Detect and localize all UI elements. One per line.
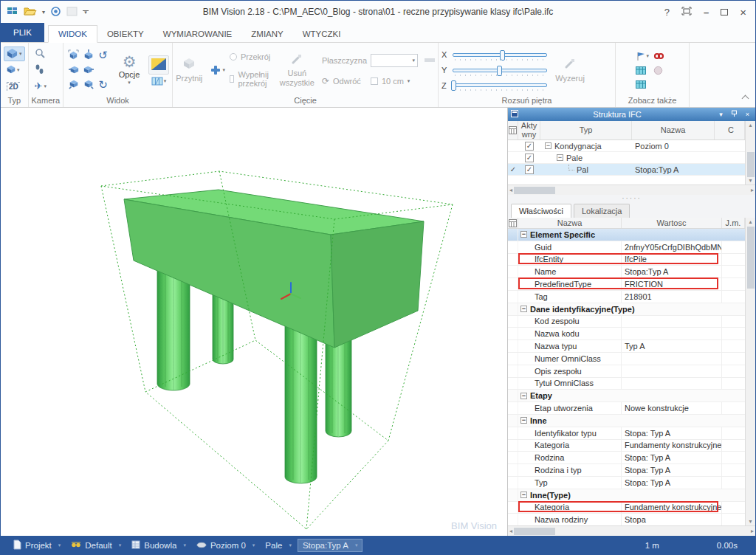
zoom-tool-button[interactable]: [32, 46, 49, 61]
property-row[interactable]: NameStopa:Typ A: [508, 266, 745, 278]
property-section-row[interactable]: −Dane identyfikacyjne(Type): [508, 303, 745, 316]
scroll-right-icon[interactable]: ▸: [751, 187, 754, 193]
breadcrumb-projekt[interactable]: Projekt▾: [8, 538, 65, 553]
fly-dropdown-icon[interactable]: ▾: [44, 83, 47, 89]
tab-wtyczki[interactable]: WTYCZKI: [293, 26, 351, 42]
scroll-down-icon[interactable]: ▾: [749, 177, 752, 184]
property-row[interactable]: Tytuł OmniClass: [508, 378, 745, 390]
tab-właściwości[interactable]: Właściwości: [511, 204, 571, 218]
properties-vscrollbar[interactable]: ▴ ▾: [745, 218, 755, 525]
tab-plik[interactable]: PLIK: [1, 23, 44, 42]
collapse-icon[interactable]: −: [545, 142, 551, 149]
table-view-button[interactable]: [636, 66, 653, 75]
tab-obiekty[interactable]: OBIEKTY: [97, 26, 154, 42]
close-button[interactable]: ×: [740, 6, 746, 18]
minimize-button[interactable]: –: [704, 7, 709, 18]
property-row[interactable]: TypStopa: Typ A: [508, 477, 745, 489]
property-row[interactable]: Tag218901: [508, 291, 745, 303]
structure-vscrollbar[interactable]: ▴ ▾: [745, 121, 755, 185]
properties-hscrollbar[interactable]: ◂ ▸: [508, 525, 755, 536]
view-subtype-button[interactable]: ▾: [4, 63, 25, 77]
chevron-down-icon[interactable]: ▾: [183, 542, 186, 548]
minimap-dropdown-icon[interactable]: ▾: [164, 78, 167, 84]
scroll-up-icon[interactable]: ▴: [749, 218, 752, 225]
column-header-wartosc[interactable]: Wartosc: [622, 218, 722, 228]
view-fit-icon[interactable]: [68, 49, 79, 62]
property-row[interactable]: PredefinedTypeFRICTION: [508, 278, 745, 291]
property-row[interactable]: KategoriaFundamenty konstrukcyjne: [508, 502, 745, 514]
target-icon[interactable]: [50, 6, 61, 18]
property-row[interactable]: Nazwa typuTyp A: [508, 340, 745, 353]
background-color-button[interactable]: [148, 55, 169, 75]
panel-pin-icon[interactable]: [729, 110, 739, 119]
options-button[interactable]: ⚙ Opcje ▾: [113, 55, 145, 86]
structure-row[interactable]: ✓−KondygnacjaPoziom 0: [508, 140, 745, 152]
view-top-icon[interactable]: [83, 49, 94, 61]
breadcrumb-pale[interactable]: Pale▾: [261, 540, 296, 551]
links-button[interactable]: [653, 52, 670, 61]
view-type-3d-button[interactable]: ▾: [4, 46, 25, 61]
view-right-icon[interactable]: [83, 64, 94, 76]
rotate-ccw-icon[interactable]: ↺: [98, 51, 108, 60]
property-row[interactable]: RodzinaStopa: Typ A: [508, 452, 745, 464]
property-row[interactable]: Guid2nfnyY05rCrfgDIBhQdbMN: [508, 241, 745, 254]
step-size-dropdown-icon[interactable]: ▾: [408, 78, 410, 84]
property-row[interactable]: Opis zespołu: [508, 365, 745, 378]
scroll-left-icon[interactable]: ◂: [509, 528, 512, 534]
remove-all-button[interactable]: Usuń wszystkie: [280, 44, 315, 96]
collapse-icon[interactable]: −: [520, 417, 527, 424]
visibility-checkbox[interactable]: ✓: [525, 165, 534, 174]
walk-tool-button[interactable]: [32, 63, 49, 77]
visibility-checkbox[interactable]: ✓: [525, 142, 534, 151]
scroll-right-icon[interactable]: ▸: [751, 528, 754, 534]
fullscreen-icon[interactable]: [681, 7, 692, 18]
view-left-icon[interactable]: [69, 64, 79, 76]
structure-hscrollbar[interactable]: ◂ ▸: [508, 185, 755, 195]
breadcrumb-poziom-0[interactable]: Poziom 0▾: [192, 540, 259, 551]
collapse-icon[interactable]: −: [557, 154, 563, 161]
view-iso1-icon[interactable]: [69, 79, 79, 91]
column-header-jm[interactable]: J.m.: [722, 218, 745, 228]
tab-widok[interactable]: WIDOK: [48, 25, 97, 43]
property-section-row[interactable]: −Element Specific: [508, 229, 745, 241]
scroll-up-icon[interactable]: ▴: [749, 122, 752, 128]
breadcrumb-default[interactable]: Default▾: [66, 539, 126, 551]
options-dropdown-icon[interactable]: ▾: [128, 80, 131, 86]
panel-menu-icon[interactable]: ▾: [716, 111, 726, 118]
open-file-dropdown-icon[interactable]: ▾: [42, 9, 45, 15]
structure-row[interactable]: ✓−Pale: [508, 152, 745, 164]
column-header-nazwa[interactable]: Nazwa: [518, 218, 622, 228]
slider-track-x[interactable]: [453, 53, 547, 57]
view-type-dropdown-icon[interactable]: ▾: [19, 51, 22, 57]
column-header-aktywny[interactable]: Aktywny: [518, 121, 540, 139]
property-row[interactable]: Etap utworzeniaNowe konstrukcje: [508, 402, 745, 415]
collapse-icon[interactable]: −: [520, 306, 527, 312]
structure-row[interactable]: ✓✓PalStopa:Typ A: [508, 164, 745, 176]
view-2d-button[interactable]: 2D: [4, 79, 25, 94]
corner-grid-icon[interactable]: [508, 121, 518, 139]
tab-lokalizacja[interactable]: Lokalizacja: [574, 204, 630, 218]
plane-apply-icon[interactable]: [425, 58, 435, 62]
corner-grid-icon[interactable]: [508, 218, 518, 228]
slider-track-y[interactable]: [453, 69, 547, 72]
toolbar-overflow-icon[interactable]: ▾: [83, 10, 89, 14]
maximize-button[interactable]: [721, 9, 728, 15]
3d-viewport[interactable]: BIM Vision: [1, 108, 507, 536]
collapse-icon[interactable]: −: [520, 393, 527, 399]
minimap-button[interactable]: ▾: [151, 77, 167, 86]
property-row[interactable]: Nazwa kodu: [508, 328, 745, 340]
property-row[interactable]: Kod zespołu: [508, 316, 745, 328]
open-file-icon[interactable]: [24, 6, 37, 18]
property-row[interactable]: Nazwa rodzinyStopa: [508, 514, 745, 525]
3d-model-pile-cap[interactable]: [1, 108, 507, 537]
rotate-cw-icon[interactable]: ↻: [98, 80, 108, 89]
ribbon-collapse-button[interactable]: [735, 94, 755, 107]
breadcrumb-budowla[interactable]: Budowla▾: [127, 539, 190, 552]
property-section-row[interactable]: −Inne: [508, 415, 745, 427]
property-section-row[interactable]: −Inne(Type): [508, 489, 745, 502]
slider-track-z[interactable]: [453, 83, 547, 87]
add-section-dropdown-icon[interactable]: ▾: [222, 67, 225, 73]
chevron-down-icon[interactable]: ▾: [252, 542, 255, 548]
panel-splitter[interactable]: [508, 195, 755, 202]
chevron-down-icon[interactable]: ▾: [355, 542, 358, 548]
